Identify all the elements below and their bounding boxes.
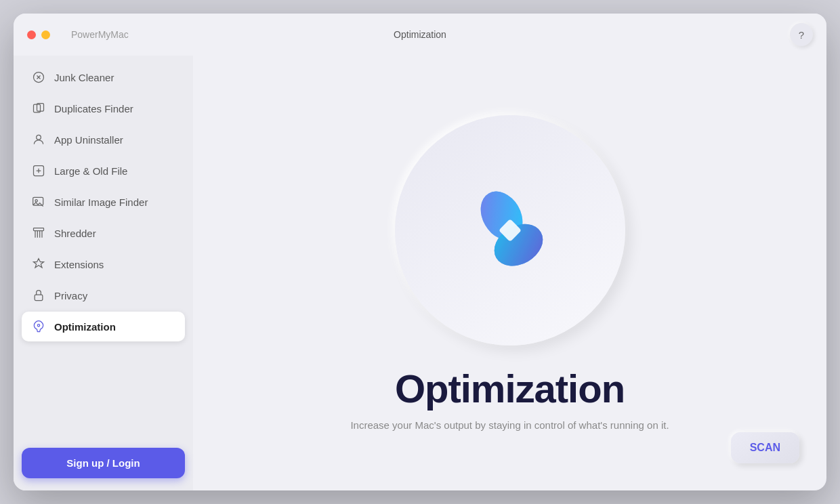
- svg-rect-7: [34, 228, 44, 231]
- optimization-icon: [31, 319, 46, 334]
- extensions-icon: [31, 257, 46, 272]
- sidebar-label-extensions: Extensions: [54, 259, 104, 270]
- sidebar-item-extensions[interactable]: Extensions: [22, 249, 185, 279]
- traffic-lights: [27, 30, 64, 39]
- help-button[interactable]: ?: [790, 23, 813, 46]
- app-window: PowerMyMac Optimization ? Junk Cleaner D…: [14, 14, 826, 490]
- content-area: Junk Cleaner Duplicates Finder App Unins…: [14, 56, 826, 490]
- sidebar-item-optimization[interactable]: Optimization: [22, 312, 185, 341]
- svg-point-9: [37, 324, 39, 327]
- sidebar-label-similar-image-finder: Similar Image Finder: [54, 196, 148, 208]
- sidebar-label-duplicates-finder: Duplicates Finder: [54, 103, 133, 114]
- scan-button[interactable]: SCAN: [731, 432, 799, 463]
- sidebar: Junk Cleaner Duplicates Finder App Unins…: [14, 56, 193, 490]
- sidebar-item-junk-cleaner[interactable]: Junk Cleaner: [22, 62, 185, 92]
- sidebar-label-app-uninstaller: App Uninstaller: [54, 134, 123, 146]
- sidebar-item-duplicates-finder[interactable]: Duplicates Finder: [22, 93, 185, 123]
- app-logo: [456, 176, 564, 285]
- privacy-icon: [31, 288, 46, 303]
- similar-image-icon: [31, 194, 46, 209]
- sidebar-item-similar-image-finder[interactable]: Similar Image Finder: [22, 187, 185, 217]
- sidebar-label-optimization: Optimization: [54, 321, 116, 333]
- sidebar-item-shredder[interactable]: Shredder: [22, 218, 185, 248]
- sidebar-item-privacy[interactable]: Privacy: [22, 280, 185, 310]
- sidebar-label-large-old-file: Large & Old File: [54, 165, 127, 177]
- sidebar-label-junk-cleaner: Junk Cleaner: [54, 72, 114, 83]
- app-uninstaller-icon: [31, 132, 46, 147]
- junk-cleaner-icon: [31, 70, 46, 85]
- shredder-icon: [31, 226, 46, 240]
- titlebar: PowerMyMac Optimization ?: [14, 14, 826, 56]
- logo-circle: [395, 115, 625, 345]
- main-content: Optimization Increase your Mac's output …: [193, 56, 826, 490]
- svg-rect-8: [35, 295, 43, 300]
- sidebar-label-privacy: Privacy: [54, 290, 87, 301]
- titlebar-title: Optimization: [394, 29, 446, 40]
- sidebar-item-app-uninstaller[interactable]: App Uninstaller: [22, 125, 185, 154]
- signup-login-button[interactable]: Sign up / Login: [22, 448, 185, 478]
- duplicates-finder-icon: [31, 101, 46, 116]
- large-file-icon: [31, 163, 46, 178]
- sidebar-item-large-old-file[interactable]: Large & Old File: [22, 156, 185, 186]
- main-title: Optimization: [395, 366, 625, 411]
- svg-point-6: [35, 200, 37, 202]
- minimize-button[interactable]: [41, 30, 50, 39]
- sidebar-label-shredder: Shredder: [54, 228, 96, 239]
- main-subtitle: Increase your Mac's output by staying in…: [350, 419, 669, 431]
- app-name: PowerMyMac: [71, 29, 129, 40]
- svg-point-3: [37, 135, 41, 140]
- close-button[interactable]: [27, 30, 36, 39]
